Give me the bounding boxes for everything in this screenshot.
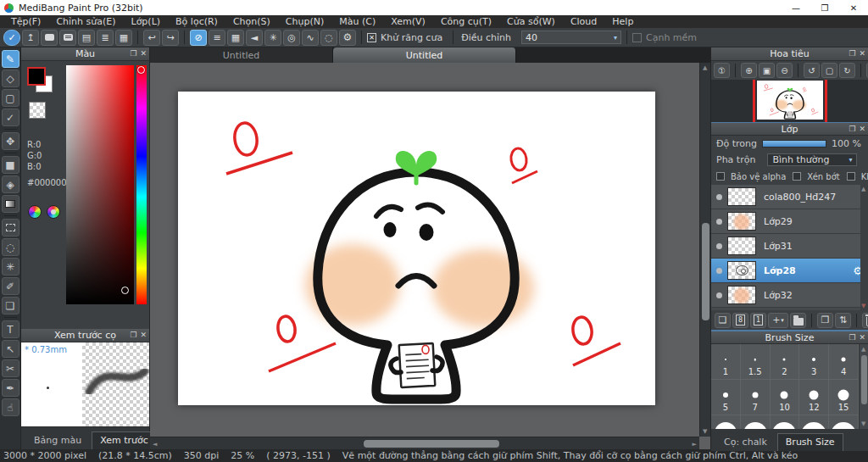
operation-tool[interactable]: ↖ — [2, 340, 19, 358]
sv-cursor[interactable] — [121, 287, 129, 294]
gradient-tool[interactable] — [2, 195, 19, 213]
scroll-right-icon[interactable]: ► — [693, 441, 697, 448]
tab-palette[interactable]: Bảng màu — [26, 432, 89, 449]
brush-size-cell[interactable]: 7 — [741, 380, 771, 415]
redo-button[interactable]: ↪ — [162, 30, 179, 46]
brush-size-cell[interactable] — [711, 415, 741, 429]
comment-list-button[interactable] — [59, 30, 76, 46]
blend-dropdown[interactable]: Bình thường ▾ — [767, 153, 857, 166]
canvas-vertical-scrollbar[interactable]: ▲ ▼ — [699, 63, 710, 437]
zoom-out-button[interactable]: ⊖ — [776, 63, 793, 78]
rotate-cw-button[interactable]: ↻ — [839, 63, 855, 78]
snap-grid-button[interactable]: ▦ — [227, 30, 244, 46]
brush-size-cell[interactable] — [771, 415, 800, 429]
scroll-left-icon[interactable]: ◄ — [153, 441, 157, 448]
divide-tool[interactable]: ✂ — [2, 359, 19, 377]
saturation-value-picker[interactable] — [66, 65, 134, 304]
scroll-up-icon[interactable]: ▲ — [861, 186, 865, 192]
menu-filter[interactable]: Bộ lọc(R) — [168, 15, 225, 28]
snap-off-button[interactable]: ⊘ — [190, 30, 207, 46]
visibility-dot-icon[interactable] — [716, 243, 722, 249]
visibility-dot-icon[interactable] — [716, 292, 722, 298]
brush-scroll-thumb[interactable] — [861, 355, 867, 404]
brush-size-cell[interactable] — [799, 415, 829, 429]
menu-select[interactable]: Chọn(S) — [225, 15, 278, 28]
clipping-checkbox[interactable] — [793, 172, 801, 181]
bucket-tool[interactable]: ◈ — [2, 175, 19, 193]
document-button[interactable]: ▤ — [78, 30, 95, 46]
brush-tool[interactable]: ✎ — [2, 50, 19, 68]
hand-tool[interactable]: ☝ — [2, 398, 19, 416]
snap-settings-button[interactable]: ⚙ — [339, 30, 356, 46]
popout-icon[interactable]: ❐ — [849, 47, 855, 60]
reset-view-button[interactable]: ▢ — [821, 63, 837, 78]
hue-cursor[interactable] — [137, 66, 145, 74]
zoom-in-button[interactable]: ⊕ — [741, 63, 757, 78]
material-grid-button[interactable]: ▦ — [115, 30, 132, 46]
brush-size-cell[interactable]: 15 — [829, 380, 859, 415]
menu-edit[interactable]: Chỉnh sửa(E) — [48, 15, 123, 28]
select-eraser-tool[interactable]: ❏ — [2, 297, 19, 314]
scroll-up-icon[interactable]: ▲ — [703, 64, 707, 71]
comment-button[interactable] — [41, 30, 58, 46]
scroll-down-icon[interactable]: ▼ — [703, 428, 707, 435]
menu-help[interactable]: Help — [604, 15, 641, 28]
snap-parallel-button[interactable]: ≡ — [209, 30, 225, 46]
visibility-dot-icon[interactable] — [716, 268, 722, 274]
popout-icon[interactable]: ❐ — [130, 47, 136, 60]
close-button[interactable]: ✕ — [839, 0, 868, 15]
layer-row[interactable]: Lớp29 — [711, 209, 868, 234]
soft-edge-checkbox[interactable] — [632, 33, 642, 42]
tab-brush[interactable]: Cọ: chalk — [716, 434, 775, 451]
brush-size-scrollbar[interactable]: ▲ ▼ — [859, 344, 868, 429]
color-dial-button[interactable] — [47, 205, 60, 219]
menu-snap[interactable]: Chụp(N) — [278, 15, 331, 28]
menu-layer[interactable]: Lớp(L) — [124, 15, 169, 28]
hue-slider[interactable] — [136, 65, 147, 304]
foreground-color-swatch[interactable] — [27, 67, 46, 86]
close-icon[interactable]: ✕ — [140, 47, 147, 60]
brush-size-cell[interactable] — [741, 415, 771, 429]
add-layer-button[interactable]: ❏ — [715, 313, 731, 328]
brush-size-cell[interactable]: 2 — [771, 344, 800, 380]
menu-file[interactable]: Tệp(F) — [3, 15, 48, 28]
layer-row-selected[interactable]: Lớp28 ⚙ — [711, 259, 868, 283]
duplicate-layer-button[interactable]: ❐ — [817, 313, 833, 328]
tab-brush-size[interactable]: Brush Size — [777, 433, 843, 451]
adjust-dropdown[interactable]: 40 ▾ — [521, 31, 621, 44]
move-tool[interactable]: ✥ — [2, 132, 19, 150]
layer-list-scrollbar[interactable]: ▲ ▼ — [860, 185, 868, 310]
add-1bit-layer-button[interactable]: 1 — [750, 313, 766, 328]
canvas-horizontal-scrollbar[interactable]: ◄ ► — [150, 437, 699, 449]
brush-size-cell[interactable]: 1 — [711, 344, 741, 380]
snap-vanishing-button[interactable]: ◄ — [246, 30, 263, 46]
antialias-checkbox[interactable]: ✕ — [367, 33, 376, 42]
scroll-down-icon[interactable]: ▼ — [861, 420, 865, 427]
horizontal-scroll-thumb[interactable] — [364, 440, 499, 448]
close-icon[interactable]: ✕ — [859, 123, 865, 136]
fit-window-button[interactable]: ▣ — [759, 63, 775, 78]
layer-row[interactable]: Lớp31 — [711, 234, 868, 259]
close-icon[interactable]: ✕ — [859, 47, 865, 60]
shape-brush-tool[interactable]: ▢ — [2, 89, 19, 107]
menu-view[interactable]: Xem(V) — [383, 15, 433, 28]
lock-checkbox[interactable] — [847, 172, 855, 181]
color-wheel-button[interactable] — [28, 205, 42, 219]
popout-icon[interactable]: ❐ — [849, 331, 855, 344]
brush-size-cell[interactable]: 3 — [799, 344, 829, 380]
close-icon[interactable]: ✕ — [140, 329, 147, 342]
snap-curve-button[interactable]: ∿ — [302, 30, 319, 46]
zoom-100-button[interactable]: ① — [714, 63, 730, 78]
delete-layer-button[interactable] — [862, 313, 868, 328]
brush-size-cell[interactable]: 1.5 — [741, 344, 771, 380]
snap-radial-button[interactable]: ✳ — [264, 30, 281, 46]
select-pen-tool[interactable]: ✐ — [2, 277, 19, 295]
restore-button[interactable]: ❐ — [810, 0, 839, 15]
upload-button[interactable]: ↥ — [22, 30, 39, 46]
add-layer-menu-button[interactable]: +▾ — [768, 313, 788, 328]
eyedropper-tool[interactable]: ✒ — [2, 379, 19, 397]
snap-concentric-button[interactable]: ◎ — [283, 30, 300, 46]
brush-size-cell[interactable]: 12 — [799, 380, 829, 415]
doc-tab-2[interactable]: Untitled — [333, 47, 516, 63]
merge-layer-button[interactable]: ⇅ — [835, 313, 851, 328]
